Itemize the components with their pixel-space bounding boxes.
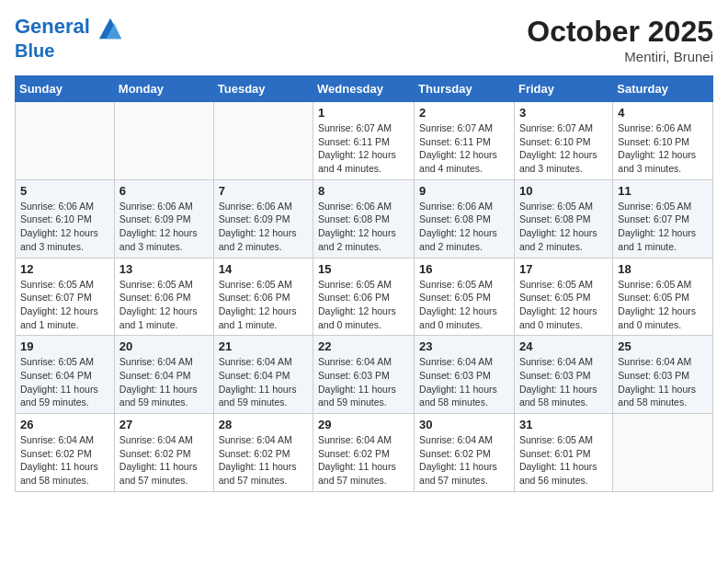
day-number: 1 <box>318 106 409 120</box>
calendar-cell: 2Sunrise: 6:07 AM Sunset: 6:11 PM Daylig… <box>415 102 515 180</box>
page-header: General Blue October 2025 Mentiri, Brune… <box>15 15 713 64</box>
calendar-cell: 12Sunrise: 6:05 AM Sunset: 6:07 PM Dayli… <box>16 258 115 336</box>
day-detail: Sunrise: 6:05 AM Sunset: 6:07 PM Dayligh… <box>618 200 708 254</box>
day-detail: Sunrise: 6:06 AM Sunset: 6:09 PM Dayligh… <box>119 200 209 254</box>
title-block: October 2025 Mentiri, Brunei <box>527 15 713 64</box>
day-detail: Sunrise: 6:04 AM Sunset: 6:03 PM Dayligh… <box>618 355 708 409</box>
day-detail: Sunrise: 6:04 AM Sunset: 6:02 PM Dayligh… <box>20 433 109 488</box>
day-number: 12 <box>20 262 109 276</box>
day-detail: Sunrise: 6:06 AM Sunset: 6:10 PM Dayligh… <box>20 200 109 254</box>
logo: General Blue <box>15 15 123 61</box>
weekday-header-saturday: Saturday <box>613 76 713 102</box>
calendar-cell <box>114 102 213 180</box>
day-number: 10 <box>519 184 608 198</box>
day-detail: Sunrise: 6:04 AM Sunset: 6:02 PM Dayligh… <box>119 433 209 488</box>
calendar-cell: 23Sunrise: 6:04 AM Sunset: 6:03 PM Dayli… <box>415 336 515 414</box>
day-detail: Sunrise: 6:06 AM Sunset: 6:10 PM Dayligh… <box>618 121 708 176</box>
day-detail: Sunrise: 6:04 AM Sunset: 6:03 PM Dayligh… <box>519 355 608 409</box>
day-number: 26 <box>20 418 109 431</box>
calendar-cell: 28Sunrise: 6:04 AM Sunset: 6:02 PM Dayli… <box>213 414 313 492</box>
day-number: 28 <box>219 418 308 431</box>
day-detail: Sunrise: 6:05 AM Sunset: 6:08 PM Dayligh… <box>519 200 608 254</box>
calendar-cell: 8Sunrise: 6:06 AM Sunset: 6:08 PM Daylig… <box>313 179 415 258</box>
day-detail: Sunrise: 6:05 AM Sunset: 6:07 PM Dayligh… <box>20 278 109 332</box>
day-detail: Sunrise: 6:04 AM Sunset: 6:02 PM Dayligh… <box>219 433 308 488</box>
day-detail: Sunrise: 6:07 AM Sunset: 6:10 PM Dayligh… <box>519 121 608 176</box>
day-detail: Sunrise: 6:05 AM Sunset: 6:01 PM Dayligh… <box>519 433 608 488</box>
day-detail: Sunrise: 6:04 AM Sunset: 6:04 PM Dayligh… <box>219 355 308 409</box>
calendar-cell: 22Sunrise: 6:04 AM Sunset: 6:03 PM Dayli… <box>313 336 415 414</box>
day-number: 31 <box>519 418 608 431</box>
calendar-cell: 5Sunrise: 6:06 AM Sunset: 6:10 PM Daylig… <box>16 179 115 258</box>
day-detail: Sunrise: 6:04 AM Sunset: 6:03 PM Dayligh… <box>318 355 409 409</box>
day-number: 17 <box>519 262 608 276</box>
day-number: 3 <box>519 106 608 120</box>
day-number: 24 <box>519 339 608 353</box>
calendar-cell <box>16 102 115 180</box>
day-detail: Sunrise: 6:05 AM Sunset: 6:06 PM Dayligh… <box>318 278 409 332</box>
day-detail: Sunrise: 6:04 AM Sunset: 6:02 PM Dayligh… <box>419 433 509 488</box>
day-number: 30 <box>419 418 509 431</box>
day-number: 13 <box>119 262 209 276</box>
calendar-cell: 27Sunrise: 6:04 AM Sunset: 6:02 PM Dayli… <box>114 414 213 492</box>
day-number: 19 <box>20 339 109 353</box>
calendar-cell: 7Sunrise: 6:06 AM Sunset: 6:09 PM Daylig… <box>213 179 313 258</box>
calendar-cell: 1Sunrise: 6:07 AM Sunset: 6:11 PM Daylig… <box>313 102 415 180</box>
calendar-cell: 10Sunrise: 6:05 AM Sunset: 6:08 PM Dayli… <box>514 179 612 258</box>
weekday-header-friday: Friday <box>514 76 612 102</box>
calendar-cell: 21Sunrise: 6:04 AM Sunset: 6:04 PM Dayli… <box>213 336 313 414</box>
day-number: 15 <box>318 262 409 276</box>
calendar-cell: 15Sunrise: 6:05 AM Sunset: 6:06 PM Dayli… <box>313 258 415 336</box>
location: Mentiri, Brunei <box>527 49 713 64</box>
day-detail: Sunrise: 6:04 AM Sunset: 6:03 PM Dayligh… <box>419 355 509 409</box>
day-number: 22 <box>318 339 409 353</box>
weekday-header-tuesday: Tuesday <box>213 76 313 102</box>
month-title: October 2025 <box>527 15 713 49</box>
day-detail: Sunrise: 6:04 AM Sunset: 6:02 PM Dayligh… <box>318 433 409 488</box>
day-number: 23 <box>419 339 509 353</box>
day-number: 8 <box>318 184 409 198</box>
calendar-cell <box>213 102 313 180</box>
calendar-cell: 25Sunrise: 6:04 AM Sunset: 6:03 PM Dayli… <box>613 336 713 414</box>
day-detail: Sunrise: 6:07 AM Sunset: 6:11 PM Dayligh… <box>318 121 409 176</box>
weekday-header-thursday: Thursday <box>415 76 515 102</box>
day-number: 20 <box>119 339 209 353</box>
day-number: 2 <box>419 106 509 120</box>
day-number: 14 <box>219 262 308 276</box>
calendar-table: SundayMondayTuesdayWednesdayThursdayFrid… <box>15 75 713 492</box>
day-detail: Sunrise: 6:05 AM Sunset: 6:04 PM Dayligh… <box>20 355 109 409</box>
day-number: 27 <box>119 418 209 431</box>
day-number: 29 <box>318 418 409 431</box>
day-number: 7 <box>219 184 308 198</box>
calendar-cell: 11Sunrise: 6:05 AM Sunset: 6:07 PM Dayli… <box>613 179 713 258</box>
day-detail: Sunrise: 6:05 AM Sunset: 6:06 PM Dayligh… <box>119 278 209 332</box>
day-number: 21 <box>219 339 308 353</box>
calendar-cell: 16Sunrise: 6:05 AM Sunset: 6:05 PM Dayli… <box>415 258 515 336</box>
day-detail: Sunrise: 6:04 AM Sunset: 6:04 PM Dayligh… <box>119 355 209 409</box>
calendar-cell: 4Sunrise: 6:06 AM Sunset: 6:10 PM Daylig… <box>613 102 713 180</box>
calendar-cell: 24Sunrise: 6:04 AM Sunset: 6:03 PM Dayli… <box>514 336 612 414</box>
day-number: 9 <box>419 184 509 198</box>
day-number: 6 <box>119 184 209 198</box>
day-detail: Sunrise: 6:05 AM Sunset: 6:05 PM Dayligh… <box>419 278 509 332</box>
day-number: 16 <box>419 262 509 276</box>
day-number: 18 <box>618 262 708 276</box>
calendar-cell: 6Sunrise: 6:06 AM Sunset: 6:09 PM Daylig… <box>114 179 213 258</box>
calendar-cell: 13Sunrise: 6:05 AM Sunset: 6:06 PM Dayli… <box>114 258 213 336</box>
day-detail: Sunrise: 6:06 AM Sunset: 6:08 PM Dayligh… <box>419 200 509 254</box>
day-detail: Sunrise: 6:05 AM Sunset: 6:05 PM Dayligh… <box>618 278 708 332</box>
calendar-cell: 3Sunrise: 6:07 AM Sunset: 6:10 PM Daylig… <box>514 102 612 180</box>
weekday-header-wednesday: Wednesday <box>313 76 415 102</box>
calendar-cell: 29Sunrise: 6:04 AM Sunset: 6:02 PM Dayli… <box>313 414 415 492</box>
weekday-header-sunday: Sunday <box>16 76 115 102</box>
day-number: 25 <box>618 339 708 353</box>
logo-blue: Blue <box>15 40 123 61</box>
day-detail: Sunrise: 6:06 AM Sunset: 6:08 PM Dayligh… <box>318 200 409 254</box>
calendar-cell: 30Sunrise: 6:04 AM Sunset: 6:02 PM Dayli… <box>415 414 515 492</box>
calendar-cell: 31Sunrise: 6:05 AM Sunset: 6:01 PM Dayli… <box>514 414 612 492</box>
calendar-cell: 17Sunrise: 6:05 AM Sunset: 6:05 PM Dayli… <box>514 258 612 336</box>
day-detail: Sunrise: 6:05 AM Sunset: 6:06 PM Dayligh… <box>219 278 308 332</box>
calendar-cell: 18Sunrise: 6:05 AM Sunset: 6:05 PM Dayli… <box>613 258 713 336</box>
logo-text: General <box>15 15 123 40</box>
day-number: 11 <box>618 184 708 198</box>
